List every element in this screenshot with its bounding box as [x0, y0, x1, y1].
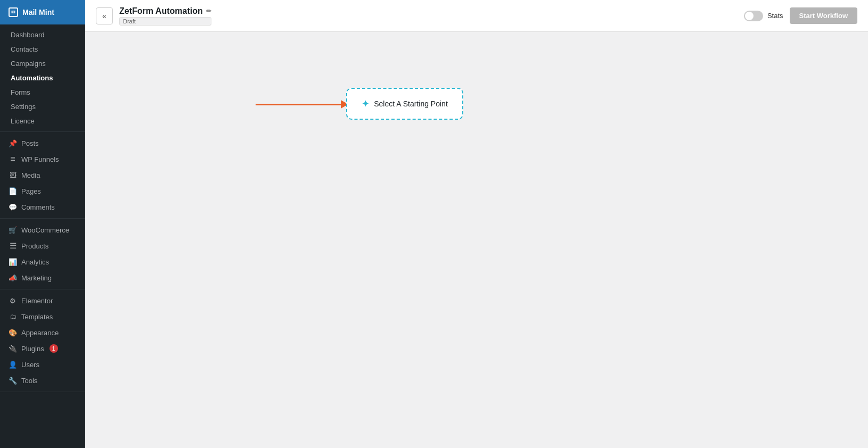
contacts-label: Contacts [11, 45, 38, 53]
sidebar-item-dashboard[interactable]: Dashboard [0, 28, 85, 42]
products-label: Products [21, 242, 48, 250]
sidebar-item-automations[interactable]: Automations [0, 71, 85, 85]
woocommerce-label: WooCommerce [21, 226, 69, 234]
starting-point-node[interactable]: ✦ Select A Starting Point [346, 88, 463, 120]
sidebar-item-woocommerce[interactable]: 🛒 WooCommerce [0, 222, 85, 238]
marketing-icon: 📣 [9, 273, 17, 282]
sidebar: ✉ Mail Mint Dashboard Contacts Campaigns… [0, 0, 85, 448]
users-label: Users [21, 361, 39, 369]
back-icon: « [102, 12, 107, 20]
sidebar-item-media[interactable]: 🖼 Media [0, 167, 85, 183]
workflow-status: Draft [119, 17, 211, 26]
pages-icon: 📄 [9, 187, 17, 195]
sidebar-item-elementor[interactable]: ⚙ Elementor [0, 293, 85, 309]
dashboard-label: Dashboard [11, 31, 45, 39]
wp-section: 📌 Posts ≡ WP Funnels 🖼 Media 📄 Pages 💬 C… [0, 132, 85, 219]
arrow-line [256, 104, 341, 105]
title-block: ZetForm Automation ✏ Draft [119, 6, 211, 26]
licence-label: Licence [11, 117, 35, 125]
sidebar-item-templates[interactable]: 🗂 Templates [0, 309, 85, 325]
sidebar-item-plugins[interactable]: 🔌 Plugins 1 [0, 341, 85, 356]
workflow-title-row: ZetForm Automation ✏ [119, 6, 211, 16]
back-button[interactable]: « [96, 7, 113, 24]
sidebar-item-products[interactable]: ☰ Products [0, 238, 85, 254]
sidebar-item-campaigns[interactable]: Campaigns [0, 56, 85, 71]
posts-icon: 📌 [9, 139, 17, 147]
edit-title-icon[interactable]: ✏ [206, 7, 211, 15]
analytics-icon: 📊 [9, 258, 17, 266]
sidebar-item-tools[interactable]: 🔧 Tools [0, 372, 85, 388]
forms-label: Forms [11, 88, 30, 96]
settings-label: Settings [11, 103, 36, 111]
plugins-badge: 1 [50, 344, 58, 353]
workflow-canvas: ✦ Select A Starting Point [85, 32, 868, 448]
sidebar-item-appearance[interactable]: 🎨 Appearance [0, 325, 85, 341]
campaigns-label: Campaigns [11, 60, 46, 68]
sidebar-item-comments[interactable]: 💬 Comments [0, 199, 85, 215]
sidebar-item-users[interactable]: 👤 Users [0, 356, 85, 372]
appearance-section: ⚙ Elementor 🗂 Templates 🎨 Appearance 🔌 P… [0, 289, 85, 392]
appearance-label: Appearance [21, 329, 59, 337]
sidebar-item-pages[interactable]: 📄 Pages [0, 183, 85, 199]
automations-label: Automations [11, 74, 53, 82]
comments-icon: 💬 [9, 203, 17, 211]
workflow-title: ZetForm Automation [119, 6, 203, 16]
woo-section: 🛒 WooCommerce ☰ Products 📊 Analytics 📣 M… [0, 219, 85, 289]
sidebar-item-settings[interactable]: Settings [0, 99, 85, 114]
woocommerce-icon: 🛒 [9, 226, 17, 234]
stats-label: Stats [767, 12, 783, 20]
sidebar-brand[interactable]: ✉ Mail Mint [0, 0, 85, 24]
header: « ZetForm Automation ✏ Draft Stats Start… [85, 0, 868, 32]
start-workflow-button[interactable]: Start Workflow [790, 7, 858, 24]
mail-mint-section: Dashboard Contacts Campaigns Automations… [0, 24, 85, 132]
brand-label: Mail Mint [22, 8, 54, 16]
elementor-label: Elementor [21, 297, 53, 305]
wp-funnels-label: WP Funnels [21, 155, 59, 163]
start-arrow [256, 100, 348, 109]
media-icon: 🖼 [9, 171, 17, 179]
stats-toggle[interactable] [744, 11, 763, 21]
tools-icon: 🔧 [9, 376, 17, 385]
comments-label: Comments [21, 203, 55, 211]
mail-mint-icon: ✉ [9, 7, 18, 17]
sidebar-item-marketing[interactable]: 📣 Marketing [0, 270, 85, 286]
products-icon: ☰ [9, 242, 17, 250]
pages-label: Pages [21, 187, 41, 195]
plugins-icon: 🔌 [9, 344, 17, 353]
sidebar-item-analytics[interactable]: 📊 Analytics [0, 254, 85, 270]
sidebar-item-licence[interactable]: Licence [0, 114, 85, 128]
stats-toggle-wrap: Stats [744, 11, 783, 21]
sidebar-item-wp-funnels[interactable]: ≡ WP Funnels [0, 151, 85, 167]
main-content: « ZetForm Automation ✏ Draft Stats Start… [85, 0, 868, 448]
node-label: Select A Starting Point [374, 99, 448, 108]
users-icon: 👤 [9, 360, 17, 369]
analytics-label: Analytics [21, 258, 49, 266]
marketing-label: Marketing [21, 274, 52, 282]
media-label: Media [21, 171, 40, 179]
tools-label: Tools [21, 377, 37, 385]
posts-label: Posts [21, 139, 39, 147]
templates-icon: 🗂 [9, 312, 17, 321]
appearance-icon: 🎨 [9, 328, 17, 337]
templates-label: Templates [21, 313, 53, 321]
node-cursor-icon: ✦ [362, 98, 370, 110]
elementor-icon: ⚙ [9, 296, 17, 305]
sidebar-item-forms[interactable]: Forms [0, 85, 85, 99]
sidebar-item-contacts[interactable]: Contacts [0, 42, 85, 56]
wp-funnels-icon: ≡ [9, 155, 17, 163]
plugins-label: Plugins [21, 345, 44, 353]
sidebar-item-posts[interactable]: 📌 Posts [0, 135, 85, 151]
